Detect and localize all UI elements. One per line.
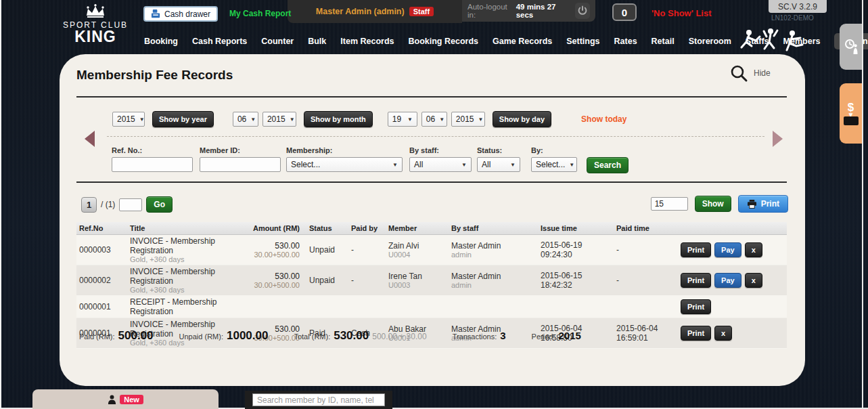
cell-staff: Master Admin — [451, 272, 536, 281]
membership-select[interactable]: Select...▼ — [286, 157, 403, 172]
day-month-select-value: 06 — [426, 114, 435, 124]
row-print-button[interactable]: Print — [681, 273, 711, 288]
row-print-button[interactable]: Print — [681, 299, 711, 314]
summary-total-value: 530.00 — [334, 329, 369, 343]
month-year-select[interactable]: 2015▼ — [262, 112, 296, 127]
page-input[interactable] — [119, 198, 142, 211]
member-id-label: Member ID: — [200, 146, 281, 154]
summary-row: Paid (RM): 500.00 Unpaid (RM): 1000.00 T… — [79, 329, 581, 343]
cash-drawer-label: Cash drawer — [164, 9, 210, 19]
cell-subtitle: Gold, +360 days — [130, 286, 248, 294]
day-year-select[interactable]: 2015▼ — [451, 112, 485, 127]
hide-button[interactable]: Hide — [754, 68, 771, 78]
nav-item-item-records[interactable]: Item Records — [340, 37, 394, 46]
row-delete-button[interactable]: x — [714, 326, 732, 341]
staff-badge: Staff — [409, 7, 434, 16]
ref-no-input[interactable] — [112, 157, 193, 172]
by-staff-field: By staff: All▼ — [409, 146, 472, 172]
nav-item-cash-reports[interactable]: Cash Reports — [192, 37, 247, 46]
search-icon[interactable] — [729, 64, 748, 83]
show-button[interactable]: Show — [695, 196, 731, 212]
year-select-value: 2015 — [117, 114, 135, 124]
page-size-input[interactable] — [651, 197, 688, 211]
day-month-select[interactable]: 06▼ — [421, 112, 447, 127]
row-delete-button[interactable]: x — [745, 242, 762, 257]
chevron-down-icon: ▼ — [250, 116, 256, 123]
by-select-value: Select... — [536, 160, 565, 169]
cell-paid-time: - — [614, 265, 678, 295]
year-select[interactable]: 2015▼ — [112, 112, 145, 127]
nav-item-booking-records[interactable]: Booking Records — [409, 37, 479, 46]
print-all-button[interactable]: Print — [738, 195, 788, 213]
by-staff-select-value: All — [414, 160, 423, 169]
show-by-day-button[interactable]: Show by day — [493, 111, 551, 127]
by-field: By: Select...▼ — [531, 146, 577, 172]
auto-logout-panel: Auto-logout in: 49 mins 27 secs — [462, 0, 595, 22]
header-member: Member — [386, 222, 449, 234]
pagination-right: Show Print — [651, 195, 788, 213]
status-select[interactable]: All▼ — [477, 157, 520, 172]
cell-status: Unpaid — [306, 234, 348, 265]
chevron-down-icon: ▼ — [407, 116, 413, 123]
show-by-month-button[interactable]: Show by month — [304, 111, 373, 127]
nav-item-storeroom[interactable]: Storeroom — [689, 37, 731, 46]
nav-item-game-records[interactable]: Game Records — [493, 37, 552, 46]
show-today-link[interactable]: Show today — [581, 114, 626, 124]
auto-logout-value: 49 mins 27 secs — [516, 3, 570, 19]
page-count: / (1) — [101, 200, 115, 209]
prev-arrow[interactable] — [85, 131, 95, 147]
nav-item-retail[interactable]: Retail — [652, 37, 675, 46]
noshow-counter-badge[interactable]: 0 — [612, 3, 637, 21]
nav-item-settings[interactable]: Settings — [566, 37, 599, 46]
nav-item-bulk[interactable]: Bulk — [308, 37, 326, 46]
chevron-down-icon: ▼ — [290, 116, 295, 123]
row-print-button[interactable]: Print — [681, 326, 711, 341]
cell-paid-by: - — [348, 234, 386, 265]
row-print-button[interactable]: Print — [681, 242, 711, 257]
app-window: SPORT CLUB KING Cash drawer My Cash Repo… — [0, 0, 868, 409]
cell-member: Zain Alvi — [388, 241, 447, 251]
my-cash-report-link[interactable]: My Cash Report — [229, 9, 291, 18]
cell-staff-user: admin — [451, 251, 536, 259]
show-by-year-button[interactable]: Show by year — [152, 111, 214, 127]
summary-unpaid-value: 1000.00 — [227, 329, 268, 343]
next-arrow[interactable] — [773, 131, 783, 147]
drawer-tray-shape — [844, 116, 859, 125]
month-year-select-value: 2015 — [267, 114, 285, 124]
search-filter-row: Ref. No.: Member ID: Membership: Select.… — [60, 146, 805, 177]
row-delete-button[interactable]: x — [745, 273, 762, 288]
waiting-list-tab[interactable] — [840, 24, 862, 70]
row-pay-button[interactable]: Pay — [714, 242, 741, 257]
day-select-value: 19 — [392, 114, 401, 124]
nav-item-counter[interactable]: Counter — [261, 37, 294, 46]
summary-unpaid-label: Unpaid (RM): — [179, 332, 223, 341]
cell-paid-time: 2015-06-04 16:59:01 — [614, 318, 678, 348]
header-issue-time: Issue time — [538, 222, 614, 234]
month-select[interactable]: 06▼ — [233, 112, 258, 127]
row-pay-button[interactable]: Pay — [714, 273, 741, 288]
cash-drawer-button[interactable]: Cash drawer — [143, 6, 218, 22]
hide-group: Hide — [729, 64, 771, 83]
power-button[interactable] — [575, 3, 590, 19]
page-button[interactable]: 1 — [81, 197, 97, 213]
day-select[interactable]: 19▼ — [388, 112, 417, 127]
new-member-widget[interactable]: New — [32, 389, 219, 409]
cash-tab[interactable]: $ ▼ — [840, 83, 862, 144]
member-id-input[interactable] — [200, 157, 281, 172]
summary-transactions-value: 3 — [500, 330, 505, 341]
month-select-value: 06 — [237, 114, 246, 124]
member-search-input[interactable] — [252, 393, 385, 406]
status-label: Status: — [477, 146, 520, 154]
left-edge — [0, 0, 1, 409]
nav-item-booking[interactable]: Booking — [144, 37, 178, 46]
by-label: By: — [531, 146, 577, 154]
search-button[interactable]: Search — [587, 157, 629, 173]
nav-item-rates[interactable]: Rates — [614, 37, 637, 46]
summary-unpaid: Unpaid (RM): 1000.00 — [179, 329, 269, 343]
cell-staff: Master Admin — [451, 241, 536, 251]
no-show-list-link[interactable]: 'No Show' List — [652, 8, 712, 18]
by-staff-select[interactable]: All▼ — [409, 157, 472, 172]
summary-transactions-label: Transactions: — [453, 332, 497, 341]
by-select[interactable]: Select...▼ — [531, 157, 577, 172]
go-button[interactable]: Go — [146, 196, 173, 213]
